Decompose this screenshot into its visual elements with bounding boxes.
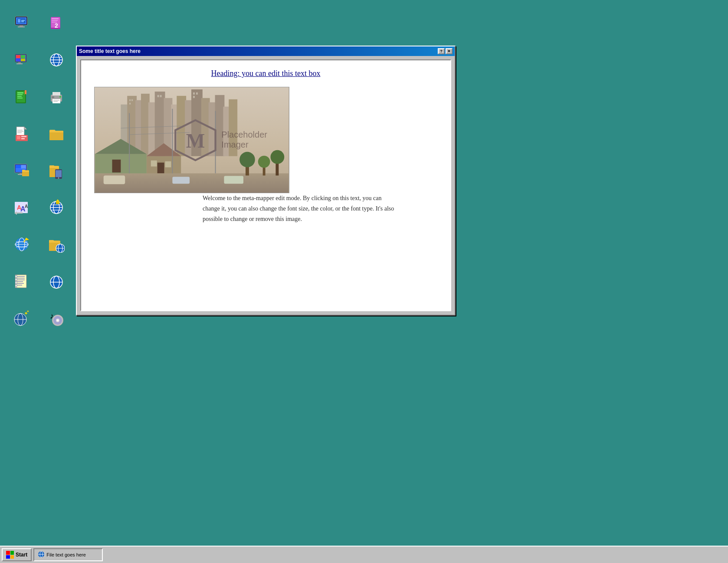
media-icon: ♪ [48,309,65,327]
svg-rect-21 [21,59,25,61]
start-label: Start [16,552,27,558]
desktop: 2 [0,0,74,538]
desktop-icon-printer[interactable] [39,78,74,115]
desktop-icon-notepad[interactable] [4,263,39,300]
windows-logo-icon [6,551,14,559]
desktop-icon-phone-folder[interactable] [39,152,74,189]
svg-rect-23 [16,63,23,64]
monitor-icon [13,14,30,32]
desktop-icon-media[interactable]: ♪ [39,300,74,336]
internet-explorer-2-icon [48,199,65,216]
svg-rect-144 [129,103,131,105]
window-content: Heading: you can edit this text box [77,56,455,315]
window-body-text[interactable]: Welcome to the meta-mapper edit mode. By… [203,193,398,224]
svg-rect-47 [17,131,23,132]
svg-rect-82 [56,201,59,204]
screen-icon [13,162,30,179]
svg-rect-104 [17,285,22,286]
desktop-icon-network[interactable]: ✦ ✦ [4,300,39,336]
svg-rect-48 [17,132,22,133]
svg-rect-101 [17,280,25,280]
svg-rect-34 [17,96,22,97]
notepad-icon [13,273,30,290]
svg-rect-7 [21,20,25,21]
svg-text:♪: ♪ [50,312,54,320]
svg-rect-38 [52,92,60,95]
svg-rect-32 [17,92,23,93]
desktop-icon-ie3[interactable] [39,263,74,300]
svg-marker-83 [56,199,59,201]
svg-rect-75 [15,212,23,214]
svg-rect-142 [129,99,131,101]
svg-point-172 [271,150,285,164]
window-title: Some title text goes here [79,48,141,54]
svg-point-109 [15,285,17,286]
svg-rect-41 [53,101,58,102]
desktop-icon-fonts[interactable]: A A A [4,189,39,226]
svg-rect-12 [52,20,58,21]
svg-rect-22 [18,62,21,63]
internet-explorer-3-icon [48,273,65,290]
green-book-icon [13,88,30,105]
svg-point-123 [57,319,59,321]
phone-folder-icon [48,162,65,179]
svg-rect-100 [17,278,25,279]
svg-rect-157 [165,161,171,168]
yellow-folder-icon [48,125,65,142]
svg-rect-59 [21,165,26,168]
titlebar-buttons: ? ✕ [438,48,453,54]
desktop-icon-book[interactable]: 2 [39,4,74,41]
main-window: Some title text goes here ? ✕ Heading: y… [76,46,456,316]
svg-rect-146 [160,95,162,97]
svg-point-42 [59,96,61,98]
desktop-icon-green-book[interactable] [4,78,39,115]
svg-rect-2 [15,17,16,23]
svg-rect-161 [224,176,243,184]
fonts-icon: A A A [13,199,30,216]
svg-rect-11 [52,18,59,19]
internet-explorer-icon [48,51,65,69]
desktop-icon-ie2[interactable] [39,189,74,226]
svg-point-108 [15,282,17,283]
svg-point-69 [58,177,59,178]
svg-rect-103 [17,283,24,284]
desktop-icon-monitor[interactable] [4,4,39,41]
svg-rect-68 [56,170,62,177]
svg-marker-45 [24,127,27,129]
help-button[interactable]: ? [438,48,445,54]
desktop-icon-document[interactable] [4,115,39,152]
placeholder-logo: M [173,118,218,163]
svg-rect-147 [193,92,195,95]
svg-rect-152 [112,160,121,173]
svg-rect-6 [18,19,20,23]
desktop-icon-ie[interactable] [39,41,74,78]
svg-rect-15 [51,28,60,29]
close-button[interactable]: ✕ [446,48,453,54]
desktop-icon-mycomputer[interactable] [4,41,39,78]
desktop-icon-screen[interactable] [4,152,39,189]
desktop-icon-ie-folder[interactable] [39,226,74,263]
window-heading[interactable]: Heading: you can edit this text box [94,69,437,78]
svg-point-107 [15,279,17,280]
desktop-icon-spinning-globe[interactable] [4,226,39,263]
svg-text:A: A [25,204,28,209]
svg-rect-20 [16,59,20,61]
start-button[interactable]: Start [2,548,32,561]
placeholder-image-label: Placeholder Imager [221,130,267,150]
svg-rect-129 [141,94,150,156]
my-computer-icon [13,51,30,69]
spinning-globe-icon [13,236,30,253]
svg-rect-61 [20,173,22,174]
svg-rect-160 [172,177,190,184]
taskbar-window-item[interactable]: File text goes here [33,548,103,561]
svg-rect-3 [20,25,23,26]
placeholder-image[interactable]: M Placeholder Imager [94,87,289,193]
svg-rect-64 [22,172,29,176]
svg-rect-35 [17,98,23,99]
svg-rect-51 [21,136,26,137]
svg-rect-40 [53,100,59,101]
svg-rect-50 [17,136,20,139]
desktop-icon-folder-yellow[interactable] [39,115,74,152]
svg-rect-18 [16,55,20,58]
printer-icon [48,88,65,105]
